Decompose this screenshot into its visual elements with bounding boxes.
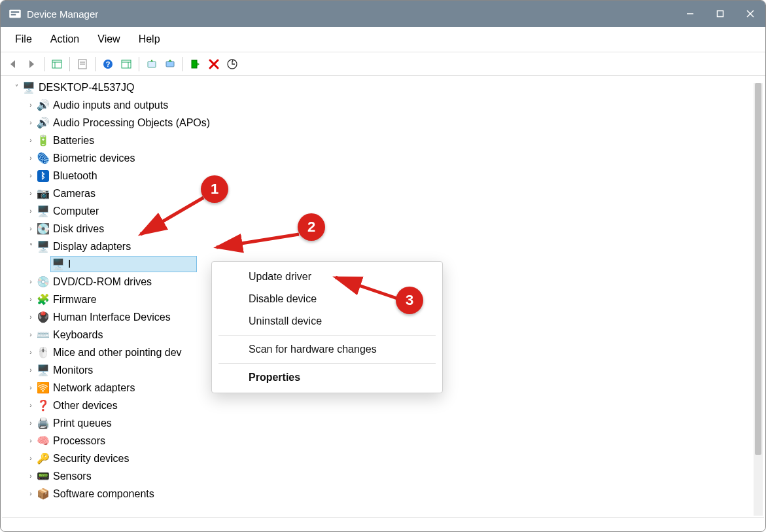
tree-category[interactable]: › 🧠 Processors [26, 432, 765, 450]
display-adapter-icon: 🖥️ [51, 259, 65, 270]
tree-category-label: Network adapters [50, 382, 135, 394]
svg-line-22 [141, 198, 203, 234]
tree-category-label: Bluetooth [50, 170, 97, 182]
show-hide-console-tree-button[interactable] [48, 56, 65, 73]
toolbar: ? [1, 52, 765, 76]
toolbar-separator [183, 57, 183, 71]
tree-category-label: Software components [50, 488, 154, 500]
ctx-properties[interactable]: Properties [212, 366, 442, 389]
scan-for-changes-button[interactable] [224, 56, 241, 73]
computer-icon: 🖥️ [22, 82, 36, 93]
category-icon: 🖲️ [36, 312, 50, 323]
properties-button[interactable] [74, 56, 91, 73]
window-buttons [675, 1, 765, 27]
help-button[interactable]: ? [99, 56, 116, 73]
expand-arrow-icon[interactable]: › [26, 190, 36, 197]
expand-arrow-icon[interactable]: › [26, 384, 36, 391]
category-icon: 🧩 [36, 294, 50, 305]
scrollbar-thumb[interactable] [755, 83, 761, 455]
toolbar-separator [95, 57, 96, 71]
tree-category[interactable]: › 🔊 Audio inputs and outputs [26, 96, 765, 114]
tree-category-label: DVD/CD-ROM drives [50, 276, 152, 288]
menu-file[interactable]: File [6, 29, 41, 49]
callout-1: 1 [201, 175, 228, 203]
menu-action[interactable]: Action [41, 29, 88, 49]
expand-arrow-icon[interactable]: › [26, 455, 36, 462]
expand-arrow-icon[interactable]: › [26, 154, 36, 162]
ctx-scan-hardware[interactable]: Scan for hardware changes [212, 338, 442, 361]
category-icon: 🖥️ [36, 241, 50, 252]
window-title: Device Manager [27, 9, 675, 20]
expand-arrow-icon[interactable]: ˅ [26, 243, 36, 250]
callout-3: 3 [396, 287, 423, 314]
selected-device[interactable]: 🖥️ I [50, 256, 197, 272]
callout-2: 2 [298, 213, 325, 241]
expand-arrow-icon[interactable]: › [26, 331, 36, 338]
expand-arrow-icon[interactable]: › [26, 437, 36, 444]
toolbar-separator [69, 57, 70, 71]
enable-device-button[interactable] [187, 56, 204, 73]
expand-arrow-icon[interactable]: › [26, 490, 36, 497]
update-driver-button[interactable] [162, 56, 179, 73]
tree-category[interactable]: › 🫆 Biometric devices [26, 149, 765, 167]
forward-button[interactable] [23, 56, 40, 73]
tree-category[interactable]: › 📦 Software components [26, 485, 765, 503]
category-icon: 🔋 [36, 135, 50, 146]
minimize-button[interactable] [675, 1, 705, 27]
tree-category[interactable]: › 🔋 Batteries [26, 132, 765, 149]
svg-line-23 [217, 234, 299, 247]
tree-category[interactable]: › ❓ Other devices [26, 397, 765, 414]
svg-rect-18 [148, 62, 156, 67]
tree-category[interactable]: › 🔑 Security devices [26, 450, 765, 467]
tree-category-label: Cameras [50, 188, 96, 200]
category-icon: 📦 [36, 489, 50, 499]
device-label: I [65, 258, 196, 270]
back-button[interactable] [5, 56, 22, 73]
category-icon: 🔑 [36, 453, 50, 464]
tree-category[interactable]: › 📟 Sensors [26, 467, 765, 485]
svg-rect-1 [11, 11, 20, 13]
menu-help[interactable]: Help [130, 29, 169, 49]
maximize-button[interactable] [705, 1, 735, 27]
expand-arrow-icon[interactable]: › [26, 225, 36, 232]
close-button[interactable] [735, 1, 765, 27]
expand-arrow-icon[interactable]: › [26, 296, 36, 303]
menubar: File Action View Help [1, 27, 765, 52]
uninstall-device-button[interactable] [205, 56, 222, 73]
tree-category-label: Display adapters [50, 241, 131, 253]
tree-category[interactable]: › 🖨️ Print queues [26, 414, 765, 432]
menu-view[interactable]: View [88, 29, 129, 49]
category-icon: 🫆 [36, 153, 50, 164]
vertical-scrollbar[interactable] [754, 83, 763, 516]
tree-category-label: Security devices [50, 453, 130, 465]
expand-arrow-icon[interactable]: › [26, 313, 36, 321]
svg-rect-7 [52, 60, 61, 68]
scan-hardware-button[interactable] [143, 56, 160, 73]
tree-category[interactable]: › ᛒ Bluetooth [26, 167, 765, 185]
tree-category-label: Other devices [50, 400, 118, 412]
expand-arrow-icon[interactable]: › [26, 137, 36, 144]
action-panel-button[interactable] [118, 56, 135, 73]
svg-rect-2 [11, 14, 16, 16]
expand-arrow-icon[interactable]: › [26, 119, 36, 126]
category-icon: ❓ [36, 400, 50, 411]
svg-rect-20 [192, 60, 197, 68]
expand-arrow-icon[interactable]: › [26, 278, 36, 285]
category-icon: 📷 [36, 188, 50, 199]
expand-arrow-icon[interactable]: ˅ [11, 84, 22, 91]
expand-arrow-icon[interactable]: › [26, 402, 36, 409]
expand-arrow-icon[interactable]: › [26, 349, 36, 356]
category-icon: 💿 [36, 277, 50, 287]
tree-category-label: Audio inputs and outputs [50, 99, 168, 111]
expand-arrow-icon[interactable]: › [26, 419, 36, 427]
expand-arrow-icon[interactable]: › [26, 101, 36, 109]
category-icon: 🛜 [36, 383, 50, 393]
tree-category-label: Disk drives [50, 223, 104, 235]
expand-arrow-icon[interactable]: › [26, 472, 36, 480]
tree-category[interactable]: › 🔊 Audio Processing Objects (APOs) [26, 114, 765, 132]
tree-category-label: Keyboards [50, 329, 103, 341]
tree-root[interactable]: ˅ 🖥️ DESKTOP-4L537JQ [11, 79, 765, 96]
expand-arrow-icon[interactable]: › [26, 366, 36, 374]
expand-arrow-icon[interactable]: › [26, 172, 36, 179]
expand-arrow-icon[interactable]: › [26, 207, 36, 215]
